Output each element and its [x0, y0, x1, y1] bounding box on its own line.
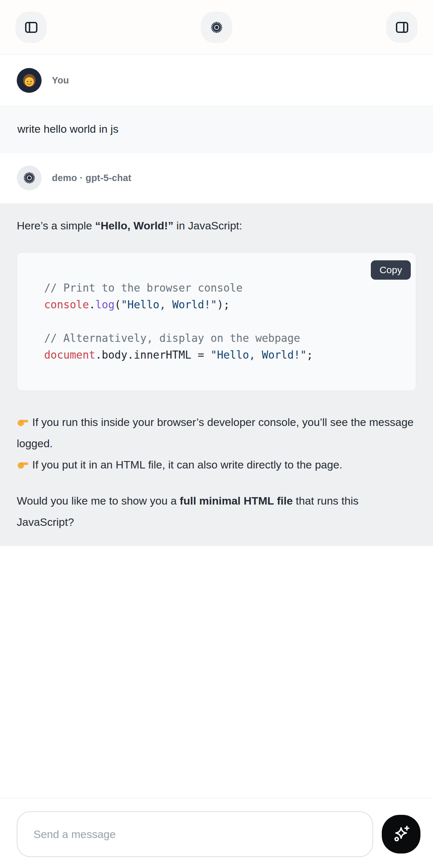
user-avatar	[17, 68, 41, 93]
top-bar	[0, 0, 433, 55]
message-input[interactable]	[17, 811, 373, 857]
sparkles-icon	[390, 823, 412, 845]
user-message-body: write hello world in js	[0, 106, 433, 152]
intro-suffix: in JavaScript:	[173, 219, 242, 232]
assistant-note-text: If you put it in an HTML file, it can al…	[32, 459, 342, 471]
pointing-right-emoji-icon	[17, 458, 29, 470]
model-button[interactable]	[201, 11, 232, 43]
starburst-icon	[23, 171, 36, 185]
assistant-message-header: demo · gpt-5-chat	[0, 152, 433, 203]
sidebar-toggle-button[interactable]	[16, 11, 47, 43]
assistant-note-line: If you put it in an HTML file, it can al…	[17, 454, 416, 475]
code-block: Copy // Print to the browser consolecons…	[17, 252, 416, 391]
code-line: document.body.innerHTML = "Hello, World!…	[44, 347, 403, 364]
chat-app: You write hello world in js demo · gpt-5…	[0, 0, 433, 868]
user-message-header: You	[0, 55, 433, 106]
assistant-message-body: Here’s a simple “Hello, World!” in JavaS…	[0, 203, 433, 546]
assistant-intro: Here’s a simple “Hello, World!” in JavaS…	[17, 215, 416, 236]
user-message: You write hello world in js	[0, 55, 433, 152]
copy-button[interactable]: Copy	[371, 260, 411, 280]
closing-prefix: Would you like me to show you a	[17, 495, 180, 507]
code-line	[44, 313, 403, 330]
code-line: // Print to the browser console	[44, 280, 403, 297]
sidebar-right-icon	[394, 20, 410, 35]
send-button[interactable]	[382, 815, 421, 854]
person-emoji-icon	[19, 70, 39, 90]
assistant-note-line: If you run this inside your browser’s de…	[17, 411, 416, 454]
assistant-notes: If you run this inside your browser’s de…	[17, 411, 416, 475]
user-sender-name: You	[52, 75, 69, 86]
closing-bold: full minimal HTML file	[180, 495, 293, 507]
intro-bold: “Hello, World!”	[95, 219, 173, 232]
assistant-avatar	[17, 165, 41, 190]
assistant-closing: Would you like me to show you a full min…	[17, 490, 416, 533]
user-message-text: write hello world in js	[18, 123, 119, 135]
starburst-icon	[210, 21, 223, 34]
intro-prefix: Here’s a simple	[17, 219, 95, 232]
code-content: // Print to the browser consoleconsole.l…	[44, 280, 403, 364]
right-panel-toggle-button[interactable]	[386, 11, 417, 43]
assistant-sender-name: demo · gpt-5-chat	[52, 173, 131, 183]
code-line: // Alternatively, display on the webpage	[44, 330, 403, 347]
code-line: console.log("Hello, World!");	[44, 297, 403, 313]
sidebar-left-icon	[24, 20, 39, 35]
assistant-note-text: If you run this inside your browser’s de…	[17, 416, 414, 450]
composer	[0, 798, 433, 868]
chat-scroll-area[interactable]	[0, 546, 433, 798]
pointing-right-emoji-icon	[17, 415, 29, 428]
assistant-message: demo · gpt-5-chat Here’s a simple “Hello…	[0, 152, 433, 546]
